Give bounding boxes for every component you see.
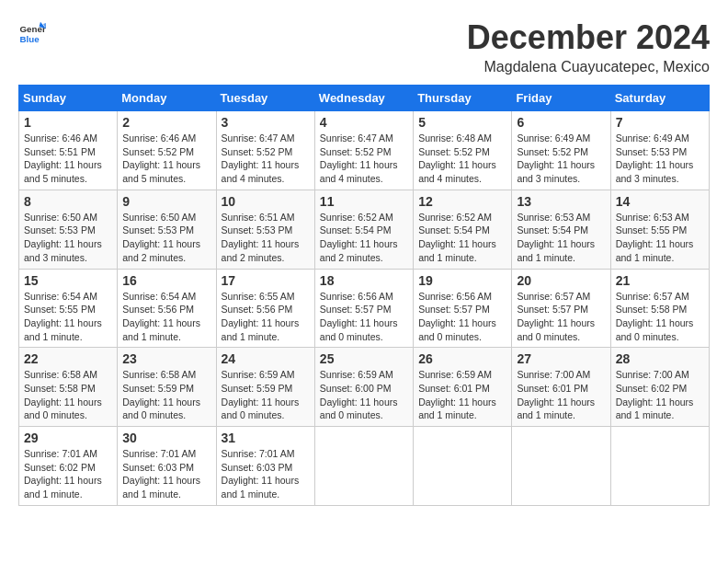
day-info: Sunrise: 6:59 AM Sunset: 6:01 PM Dayligh… <box>418 368 506 422</box>
day-number: 8 <box>24 194 112 209</box>
day-info: Sunrise: 6:58 AM Sunset: 5:58 PM Dayligh… <box>24 368 112 422</box>
day-number: 23 <box>122 351 210 366</box>
day-number: 1 <box>24 115 112 130</box>
calendar-cell: 3Sunrise: 6:47 AM Sunset: 5:52 PM Daylig… <box>216 111 314 190</box>
weekday-header: Monday <box>118 86 216 111</box>
calendar-cell: 17Sunrise: 6:55 AM Sunset: 5:56 PM Dayli… <box>216 269 314 348</box>
day-info: Sunrise: 6:56 AM Sunset: 5:57 PM Dayligh… <box>320 290 408 344</box>
day-info: Sunrise: 6:54 AM Sunset: 5:56 PM Dayligh… <box>122 290 210 344</box>
day-info: Sunrise: 6:58 AM Sunset: 5:59 PM Dayligh… <box>122 368 210 422</box>
day-number: 18 <box>320 273 408 288</box>
week-row: 22Sunrise: 6:58 AM Sunset: 5:58 PM Dayli… <box>19 348 710 427</box>
calendar-cell: 21Sunrise: 6:57 AM Sunset: 5:58 PM Dayli… <box>610 269 709 348</box>
day-info: Sunrise: 7:00 AM Sunset: 6:02 PM Dayligh… <box>616 368 704 422</box>
calendar-cell <box>314 427 413 506</box>
day-info: Sunrise: 6:59 AM Sunset: 5:59 PM Dayligh… <box>222 368 310 422</box>
day-number: 24 <box>222 351 310 366</box>
svg-text:Blue: Blue <box>20 34 40 44</box>
day-info: Sunrise: 6:46 AM Sunset: 5:52 PM Dayligh… <box>122 132 210 186</box>
weekday-header: Tuesday <box>216 86 314 111</box>
calendar-cell: 10Sunrise: 6:51 AM Sunset: 5:53 PM Dayli… <box>216 190 314 269</box>
calendar-cell: 16Sunrise: 6:54 AM Sunset: 5:56 PM Dayli… <box>118 269 216 348</box>
day-number: 17 <box>222 273 310 288</box>
calendar-cell: 6Sunrise: 6:49 AM Sunset: 5:52 PM Daylig… <box>512 111 610 190</box>
calendar-cell: 22Sunrise: 6:58 AM Sunset: 5:58 PM Dayli… <box>19 348 118 427</box>
calendar-cell: 23Sunrise: 6:58 AM Sunset: 5:59 PM Dayli… <box>118 348 216 427</box>
day-number: 26 <box>418 351 506 366</box>
logo: General Blue <box>18 18 46 46</box>
day-number: 14 <box>616 194 704 209</box>
day-info: Sunrise: 7:01 AM Sunset: 6:02 PM Dayligh… <box>24 447 112 501</box>
weekday-header: Sunday <box>19 86 118 111</box>
day-number: 5 <box>418 115 506 130</box>
day-number: 15 <box>24 273 112 288</box>
calendar-cell <box>414 427 512 506</box>
day-info: Sunrise: 7:00 AM Sunset: 6:01 PM Dayligh… <box>517 368 605 422</box>
calendar-cell: 30Sunrise: 7:01 AM Sunset: 6:03 PM Dayli… <box>118 427 216 506</box>
weekday-header: Wednesday <box>314 86 413 111</box>
day-info: Sunrise: 6:59 AM Sunset: 6:00 PM Dayligh… <box>320 368 408 422</box>
location-title: Magdalena Cuayucatepec, Mexico <box>467 59 710 75</box>
day-number: 31 <box>222 431 310 445</box>
day-info: Sunrise: 6:52 AM Sunset: 5:54 PM Dayligh… <box>320 211 408 265</box>
day-info: Sunrise: 6:49 AM Sunset: 5:52 PM Dayligh… <box>517 132 605 186</box>
day-number: 11 <box>320 194 408 209</box>
day-number: 27 <box>517 351 605 366</box>
calendar-cell: 13Sunrise: 6:53 AM Sunset: 5:54 PM Dayli… <box>512 190 610 269</box>
day-info: Sunrise: 6:52 AM Sunset: 5:54 PM Dayligh… <box>418 211 506 265</box>
day-info: Sunrise: 6:54 AM Sunset: 5:55 PM Dayligh… <box>24 290 112 344</box>
calendar-cell <box>512 427 610 506</box>
title-section: December 2024 Magdalena Cuayucatepec, Me… <box>467 18 710 75</box>
day-number: 2 <box>122 115 210 130</box>
day-info: Sunrise: 6:51 AM Sunset: 5:53 PM Dayligh… <box>222 211 310 265</box>
weekday-header: Thursday <box>414 86 512 111</box>
week-row: 29Sunrise: 7:01 AM Sunset: 6:02 PM Dayli… <box>19 427 710 506</box>
calendar-cell: 5Sunrise: 6:48 AM Sunset: 5:52 PM Daylig… <box>414 111 512 190</box>
calendar-cell: 20Sunrise: 6:57 AM Sunset: 5:57 PM Dayli… <box>512 269 610 348</box>
day-info: Sunrise: 6:53 AM Sunset: 5:55 PM Dayligh… <box>616 211 704 265</box>
week-row: 8Sunrise: 6:50 AM Sunset: 5:53 PM Daylig… <box>19 190 710 269</box>
day-number: 22 <box>24 351 112 366</box>
week-row: 1Sunrise: 6:46 AM Sunset: 5:51 PM Daylig… <box>19 111 710 190</box>
month-title: December 2024 <box>467 18 710 57</box>
calendar-cell: 24Sunrise: 6:59 AM Sunset: 5:59 PM Dayli… <box>216 348 314 427</box>
day-number: 7 <box>616 115 704 130</box>
day-info: Sunrise: 7:01 AM Sunset: 6:03 PM Dayligh… <box>222 447 310 501</box>
day-info: Sunrise: 6:47 AM Sunset: 5:52 PM Dayligh… <box>320 132 408 186</box>
page-header: General Blue December 2024 Magdalena Cua… <box>18 18 710 75</box>
weekday-header: Saturday <box>610 86 709 111</box>
calendar-cell: 19Sunrise: 6:56 AM Sunset: 5:57 PM Dayli… <box>414 269 512 348</box>
calendar-cell: 2Sunrise: 6:46 AM Sunset: 5:52 PM Daylig… <box>118 111 216 190</box>
day-info: Sunrise: 6:47 AM Sunset: 5:52 PM Dayligh… <box>222 132 310 186</box>
calendar-cell: 31Sunrise: 7:01 AM Sunset: 6:03 PM Dayli… <box>216 427 314 506</box>
day-number: 29 <box>24 431 112 445</box>
logo-icon: General Blue <box>18 18 46 46</box>
calendar-cell: 28Sunrise: 7:00 AM Sunset: 6:02 PM Dayli… <box>610 348 709 427</box>
day-number: 3 <box>222 115 310 130</box>
day-number: 6 <box>517 115 605 130</box>
day-number: 19 <box>418 273 506 288</box>
calendar-table: SundayMondayTuesdayWednesdayThursdayFrid… <box>18 85 710 506</box>
calendar-cell: 26Sunrise: 6:59 AM Sunset: 6:01 PM Dayli… <box>414 348 512 427</box>
weekday-header: Friday <box>512 86 610 111</box>
calendar-cell: 29Sunrise: 7:01 AM Sunset: 6:02 PM Dayli… <box>19 427 118 506</box>
day-number: 30 <box>122 431 210 445</box>
weekday-header-row: SundayMondayTuesdayWednesdayThursdayFrid… <box>19 86 710 111</box>
day-number: 20 <box>517 273 605 288</box>
day-number: 12 <box>418 194 506 209</box>
day-number: 4 <box>320 115 408 130</box>
day-number: 25 <box>320 351 408 366</box>
day-info: Sunrise: 6:46 AM Sunset: 5:51 PM Dayligh… <box>24 132 112 186</box>
day-info: Sunrise: 7:01 AM Sunset: 6:03 PM Dayligh… <box>122 447 210 501</box>
day-number: 10 <box>222 194 310 209</box>
calendar-cell: 4Sunrise: 6:47 AM Sunset: 5:52 PM Daylig… <box>314 111 413 190</box>
calendar-cell: 9Sunrise: 6:50 AM Sunset: 5:53 PM Daylig… <box>118 190 216 269</box>
day-info: Sunrise: 6:57 AM Sunset: 5:58 PM Dayligh… <box>616 290 704 344</box>
day-info: Sunrise: 6:50 AM Sunset: 5:53 PM Dayligh… <box>122 211 210 265</box>
calendar-cell: 1Sunrise: 6:46 AM Sunset: 5:51 PM Daylig… <box>19 111 118 190</box>
calendar-cell: 11Sunrise: 6:52 AM Sunset: 5:54 PM Dayli… <box>314 190 413 269</box>
day-number: 13 <box>517 194 605 209</box>
calendar-cell: 7Sunrise: 6:49 AM Sunset: 5:53 PM Daylig… <box>610 111 709 190</box>
calendar-cell: 25Sunrise: 6:59 AM Sunset: 6:00 PM Dayli… <box>314 348 413 427</box>
calendar-cell: 27Sunrise: 7:00 AM Sunset: 6:01 PM Dayli… <box>512 348 610 427</box>
